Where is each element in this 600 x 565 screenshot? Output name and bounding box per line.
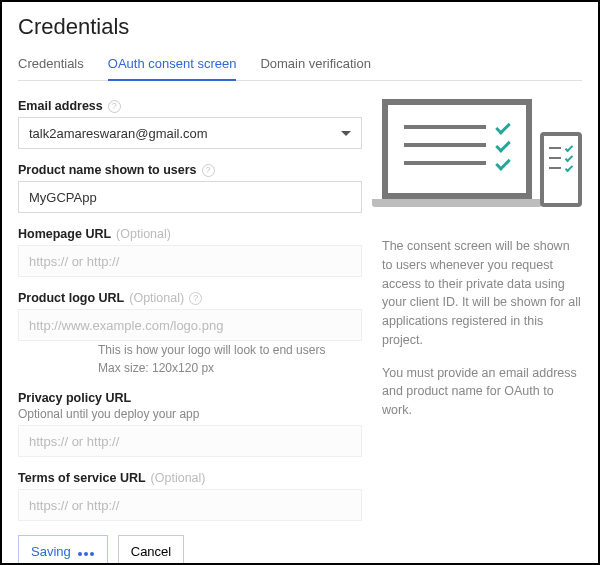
cancel-button[interactable]: Cancel (118, 535, 184, 565)
homepage-input[interactable] (18, 245, 362, 277)
email-label: Email address (18, 99, 103, 113)
help-icon[interactable]: ? (108, 100, 121, 113)
product-name-input[interactable] (18, 181, 362, 213)
privacy-sublabel: Optional until you deploy your app (18, 407, 362, 421)
field-product-name: Product name shown to users ? (18, 163, 362, 213)
optional-tag: (Optional) (151, 471, 206, 485)
tab-credentials[interactable]: Credentials (18, 50, 84, 80)
optional-tag: (Optional) (129, 291, 184, 305)
laptop-icon (382, 99, 532, 207)
tos-input[interactable] (18, 489, 362, 521)
page-title: Credentials (18, 14, 582, 40)
check-icon (565, 164, 573, 172)
email-value: talk2amareswaran@gmail.com (29, 126, 208, 141)
optional-tag: (Optional) (116, 227, 171, 241)
privacy-input[interactable] (18, 425, 362, 457)
field-homepage: Homepage URL (Optional) (18, 227, 362, 277)
check-icon (565, 154, 573, 162)
product-name-label: Product name shown to users (18, 163, 197, 177)
field-logo: Product logo URL (Optional) ? This is ho… (18, 291, 362, 377)
phone-icon (540, 132, 582, 207)
chevron-down-icon (341, 131, 351, 136)
logo-hint-2: Max size: 120x120 px (98, 359, 362, 377)
save-button-label: Saving (31, 544, 71, 559)
field-tos: Terms of service URL (Optional) (18, 471, 362, 521)
check-icon (495, 119, 511, 135)
side-paragraph-2: You must provide an email address and pr… (382, 364, 582, 420)
homepage-label: Homepage URL (18, 227, 111, 241)
tab-oauth-consent[interactable]: OAuth consent screen (108, 50, 237, 81)
help-icon[interactable]: ? (189, 292, 202, 305)
logo-hint-1: This is how your logo will look to end u… (98, 341, 362, 359)
help-icon[interactable]: ? (202, 164, 215, 177)
side-paragraph-1: The consent screen will be shown to user… (382, 237, 582, 350)
privacy-label: Privacy policy URL (18, 391, 131, 405)
consent-illustration (382, 99, 582, 219)
check-icon (495, 155, 511, 171)
logo-label: Product logo URL (18, 291, 124, 305)
logo-input[interactable] (18, 309, 362, 341)
tab-domain-verification[interactable]: Domain verification (260, 50, 371, 80)
field-email: Email address ? talk2amareswaran@gmail.c… (18, 99, 362, 149)
check-icon (495, 137, 511, 153)
tos-label: Terms of service URL (18, 471, 146, 485)
save-button[interactable]: Saving (18, 535, 108, 565)
check-icon (565, 144, 573, 152)
field-privacy: Privacy policy URL Optional until you de… (18, 391, 362, 457)
email-select[interactable]: talk2amareswaran@gmail.com (18, 117, 362, 149)
loading-dots-icon (77, 544, 95, 559)
tabs: Credentials OAuth consent screen Domain … (18, 50, 582, 81)
